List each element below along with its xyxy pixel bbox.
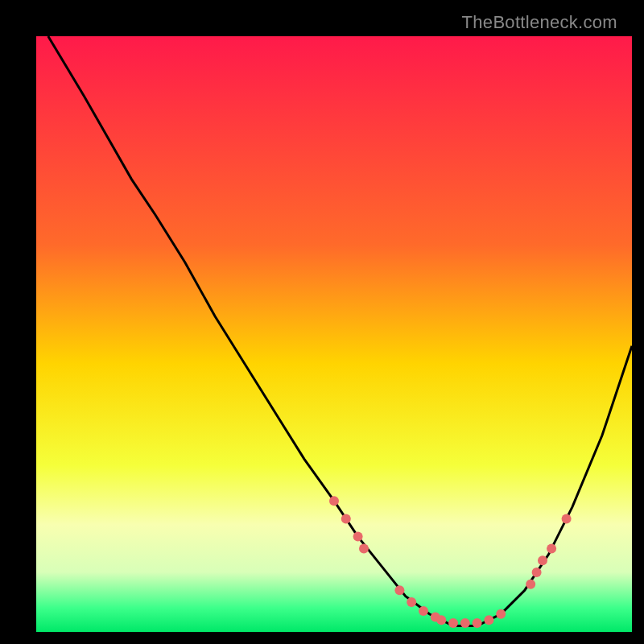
marker-point	[532, 568, 542, 577]
marker-point	[460, 618, 470, 628]
marker-point	[353, 532, 363, 542]
chart-frame: TheBottleneck.com	[12, 12, 632, 632]
marker-point	[407, 597, 416, 607]
marker-point	[359, 543, 369, 553]
marker-point	[496, 609, 506, 619]
marker-point	[341, 514, 351, 523]
marker-point	[329, 496, 339, 506]
gradient-background	[36, 36, 632, 632]
plot-area	[36, 36, 632, 632]
marker-point	[419, 606, 428, 616]
marker-point	[484, 615, 493, 625]
marker-point	[394, 585, 404, 595]
attribution-text: TheBottleneck.com	[462, 12, 617, 33]
marker-point	[436, 615, 446, 625]
marker-point	[547, 543, 556, 553]
marker-point	[538, 555, 547, 565]
marker-point	[562, 514, 572, 523]
marker-point	[526, 580, 535, 589]
marker-point	[473, 618, 482, 628]
marker-point	[448, 618, 458, 628]
chart-svg	[36, 36, 632, 632]
